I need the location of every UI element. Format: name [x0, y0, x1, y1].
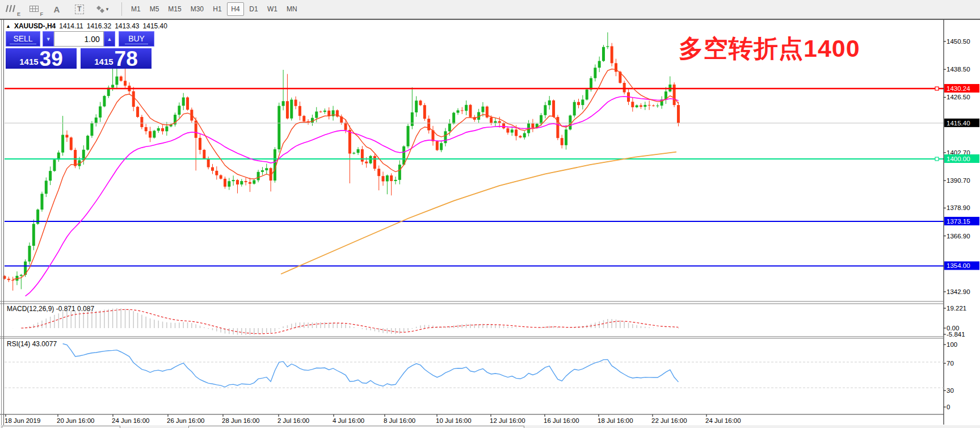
rsi-tick-label: 100	[947, 341, 957, 348]
candle-body	[261, 170, 264, 172]
candle-body	[103, 96, 106, 106]
chart-annotation-text: 多空转折点1400	[679, 32, 860, 65]
symbol-name: XAUUSD-,H4	[14, 22, 56, 30]
candle-body	[648, 105, 651, 106]
ohlc-open: 1414.11	[59, 22, 83, 30]
candle-body	[373, 156, 376, 169]
candle-body	[53, 160, 56, 171]
candle-body	[586, 90, 588, 100]
ohlc-high: 1416.32	[87, 22, 111, 30]
timeframe-button-H4[interactable]: H4	[227, 2, 244, 16]
candle-body	[561, 138, 563, 145]
window-border-top-inner	[0, 19, 980, 20]
candle-body	[643, 105, 646, 107]
window-border-left-outer	[1, 20, 2, 425]
candle-body	[377, 169, 380, 176]
time-tick-label: 24 Jun 16:00	[112, 417, 150, 424]
price-tick-label: 1426.50	[947, 94, 970, 100]
candle-body	[461, 110, 464, 111]
bottom-panel-stub	[2, 426, 120, 428]
candle-body	[602, 47, 605, 61]
objects-icon[interactable]: ▾	[92, 1, 112, 17]
sell-button-label: SELL	[10, 34, 36, 44]
sell-price-prefix: 1415	[19, 57, 38, 66]
timeframe-button-MN[interactable]: MN	[283, 2, 301, 16]
candle-body	[157, 128, 160, 131]
candle-body	[436, 141, 439, 150]
candle-body	[182, 98, 185, 106]
price-badge-label: 1430.24	[947, 85, 970, 92]
price-tick-label: 1438.50	[947, 66, 970, 73]
candles-layer	[3, 32, 680, 291]
candle-body	[186, 98, 189, 110]
buy-button[interactable]: BUY	[119, 31, 154, 47]
bottom-panel-stub	[188, 426, 524, 428]
price-tick-label: 1450.50	[947, 38, 970, 45]
grid-icon[interactable]: F	[24, 1, 44, 17]
one-click-trade-panel: SELL ▼ 1.00 ▲ BUY 1415 39 1415 78	[6, 31, 154, 69]
candle-body	[544, 105, 546, 115]
buy-price-display[interactable]: 1415 78	[81, 48, 152, 69]
candle-body	[236, 180, 239, 184]
timeframe-button-W1[interactable]: W1	[263, 2, 281, 16]
candle-body	[136, 107, 139, 117]
candle-body	[677, 105, 680, 123]
timeframe-button-D1[interactable]: D1	[245, 2, 262, 16]
timeframe-button-M1[interactable]: M1	[127, 2, 145, 16]
price-tick-label: 1342.90	[947, 288, 970, 295]
cursor-icon[interactable]: A	[47, 1, 66, 17]
macd-pane: 19.2210.00-5.841	[13, 305, 967, 338]
candle-body	[623, 83, 626, 93]
candle-body	[565, 129, 567, 145]
candle-body	[207, 158, 210, 167]
candle-body	[140, 117, 143, 127]
timeframe-button-M15[interactable]: M15	[164, 2, 185, 16]
timeframe-button-H1[interactable]: H1	[209, 2, 226, 16]
up-arrow-icon: ▲	[107, 36, 112, 42]
candle-body	[352, 153, 355, 153]
candle-body	[540, 115, 542, 124]
volume-decrease-button[interactable]: ▼	[43, 31, 54, 47]
candle-body	[511, 129, 514, 132]
time-tick-label: 26 Jun 16:00	[167, 417, 205, 424]
time-tick-label: 4 Jul 16:00	[333, 417, 364, 424]
candle-body	[590, 78, 592, 90]
candle-body	[11, 280, 14, 280]
candle-body	[419, 100, 422, 105]
chart-template-icon[interactable]: E	[2, 1, 21, 17]
candle-body	[220, 175, 222, 179]
candle-body	[295, 100, 297, 106]
volume-increase-button[interactable]: ▲	[104, 31, 115, 47]
symbol-marker-icon: ▲	[6, 23, 11, 29]
time-axis: 18 Jun 201920 Jun 16:0024 Jun 16:0026 Ju…	[5, 414, 741, 424]
text-tool-letter: T	[75, 5, 83, 14]
candle-body	[302, 116, 305, 121]
volume-input[interactable]: 1.00	[54, 31, 103, 47]
price-tick-label: 1378.90	[947, 204, 970, 211]
candle-body	[240, 181, 243, 184]
candle-body	[199, 138, 201, 150]
timeframe-button-M30[interactable]: M30	[187, 2, 208, 16]
candle-body	[74, 150, 77, 166]
candle-body	[315, 112, 318, 118]
text-tool-icon[interactable]: T	[70, 1, 89, 17]
sell-price-big: 39	[40, 49, 63, 69]
candle-body	[161, 128, 164, 131]
candle-body	[398, 165, 401, 180]
timeframe-button-M5[interactable]: M5	[146, 2, 163, 16]
candle-body	[357, 149, 360, 153]
window-border-left-inner	[3, 20, 4, 425]
dropdown-caret-icon[interactable]: ▾	[106, 6, 109, 12]
candle-body	[124, 81, 127, 86]
candle-body	[257, 172, 260, 181]
candle-body	[165, 127, 168, 132]
candle-body	[132, 91, 135, 107]
candle-body	[95, 118, 98, 123]
rsi-tick-label: 70	[947, 360, 954, 367]
sell-button[interactable]: SELL	[6, 31, 40, 47]
candle-body	[581, 99, 584, 105]
toolbar-separator	[121, 2, 122, 16]
price-badge-label: 1373.15	[947, 218, 970, 225]
sell-price-display[interactable]: 1415 39	[6, 48, 77, 69]
candle-body	[452, 113, 455, 124]
